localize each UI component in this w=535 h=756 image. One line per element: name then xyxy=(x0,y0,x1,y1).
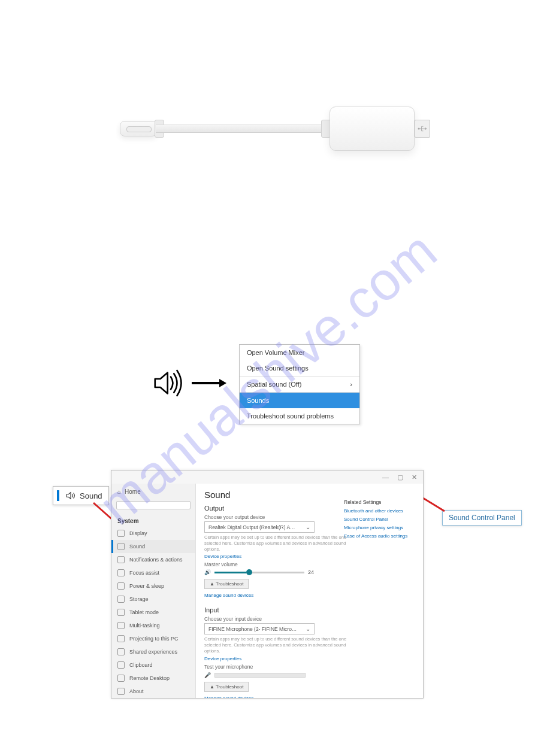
nav-sound[interactable]: Sound xyxy=(111,540,195,553)
nav-label: Power & sleep xyxy=(129,583,164,589)
nav-display[interactable]: Display xyxy=(111,527,195,540)
adapter-body xyxy=(330,107,415,151)
btn-label: Troubleshoot xyxy=(216,581,243,587)
related-link-mic-privacy[interactable]: Microphone privacy settings xyxy=(344,525,416,530)
nav-clipboard[interactable]: Clipboard xyxy=(111,658,195,672)
related-link-ease-of-access[interactable]: Ease of Access audio settings xyxy=(344,533,416,539)
window-titlebar: — ▢ ✕ xyxy=(111,470,423,484)
nav-power[interactable]: Power & sleep xyxy=(111,579,195,593)
related-heading: Related Settings xyxy=(344,499,416,505)
nav-label: Focus assist xyxy=(129,570,159,576)
menu-item-troubleshoot[interactable]: Troubleshoot sound problems xyxy=(240,408,359,424)
nav-label: Shared experiences xyxy=(129,649,177,655)
usb-a-port xyxy=(415,120,430,138)
callout-sound-control-panel: Sound Control Panel xyxy=(442,510,522,526)
output-device-select[interactable]: Realtek Digital Output (Realtek(R) A… xyxy=(204,521,315,533)
focus-icon xyxy=(117,569,125,576)
sound-context-menu: Open Volume Mixer Open Sound settings Sp… xyxy=(239,344,360,424)
troubleshoot-input-button[interactable]: ▲ Troubleshoot xyxy=(204,682,249,692)
speaker-small-icon xyxy=(65,490,76,501)
cable xyxy=(156,125,324,133)
nav-label: Sound xyxy=(129,544,145,549)
display-icon xyxy=(117,530,125,537)
nav-focus-assist[interactable]: Focus assist xyxy=(111,566,195,579)
nav-label: Clipboard xyxy=(129,662,153,668)
nav-label: Multi-tasking xyxy=(129,623,160,629)
manage-devices-link[interactable]: Manage sound devices xyxy=(204,593,415,598)
volume-slider[interactable] xyxy=(214,572,304,573)
input-desc: Certain apps may be set up to use differ… xyxy=(204,636,348,654)
output-device-value: Realtek Digital Output (Realtek(R) A… xyxy=(208,524,295,530)
power-icon xyxy=(117,582,125,590)
btn-label: Troubleshoot xyxy=(216,684,243,690)
nav-label: Notifications & actions xyxy=(129,557,183,563)
nav-label: Tablet mode xyxy=(129,609,159,615)
device-properties-link-2[interactable]: Device properties xyxy=(204,656,415,661)
input-device-value: FIFINE Microphone (2- FIFINE Micro… xyxy=(208,626,297,632)
output-desc: Certain apps may be set up to use differ… xyxy=(204,535,348,552)
menu-item-sound-settings[interactable]: Open Sound settings xyxy=(240,360,359,376)
nav-storage[interactable]: Storage xyxy=(111,593,195,606)
troubleshoot-output-button[interactable]: ▲ Troubleshoot xyxy=(204,579,249,589)
settings-main: Sound Output Choose your output device R… xyxy=(196,484,423,698)
nav-multitasking[interactable]: Multi-tasking xyxy=(111,619,195,632)
input-device-select[interactable]: FIFINE Microphone (2- FIFINE Micro… xyxy=(204,623,315,634)
notifications-icon xyxy=(117,556,125,563)
arrow-right-icon xyxy=(192,378,228,391)
sidebar-category: System xyxy=(111,514,195,527)
callout-sound-label: Sound xyxy=(80,491,102,500)
nav-remote[interactable]: Remote Desktop xyxy=(111,672,195,685)
volume-value: 24 xyxy=(308,569,314,575)
device-properties-link[interactable]: Device properties xyxy=(204,554,415,559)
mic-icon: 🎤 xyxy=(204,672,211,678)
related-link-sound-control-panel[interactable]: Sound Control Panel xyxy=(344,517,416,522)
storage-icon xyxy=(117,596,125,603)
chevron-right-icon: › xyxy=(350,381,352,388)
maximize-icon[interactable]: ▢ xyxy=(397,473,403,481)
input-heading: Input xyxy=(204,606,415,614)
adapter-image xyxy=(120,96,431,168)
page-title: Sound xyxy=(204,490,415,500)
nav-tablet[interactable]: Tablet mode xyxy=(111,606,195,619)
menu-item-label: Spatial sound (Off) xyxy=(247,381,302,388)
close-icon[interactable]: ✕ xyxy=(412,473,417,481)
sound-icon xyxy=(117,543,125,550)
remote-icon xyxy=(117,675,125,682)
nav-label: Projecting to this PC xyxy=(129,636,179,642)
home-label: Home xyxy=(125,488,141,495)
mic-level-bar xyxy=(214,673,306,678)
manage-devices-link-2[interactable]: Manage sound devices xyxy=(204,696,415,699)
nav-label: Storage xyxy=(129,596,149,602)
settings-sidebar: ⌂ Home System Display Sound Notification… xyxy=(111,484,196,698)
search-input[interactable] xyxy=(116,501,191,509)
nav-about[interactable]: About xyxy=(111,685,195,698)
usb-c-plug xyxy=(120,121,157,136)
nav-notifications[interactable]: Notifications & actions xyxy=(111,553,195,566)
nav-projecting[interactable]: Projecting to this PC xyxy=(111,632,195,645)
menu-item-sounds[interactable]: Sounds xyxy=(240,393,359,408)
multitask-icon xyxy=(117,622,125,629)
related-link-bluetooth[interactable]: Bluetooth and other devices xyxy=(344,508,416,514)
menu-item-spatial-sound[interactable]: Spatial sound (Off) › xyxy=(240,376,359,393)
sidebar-home[interactable]: ⌂ Home xyxy=(111,484,195,500)
speaker-icon xyxy=(150,366,183,402)
tablet-icon xyxy=(117,609,125,616)
volume-icon: 🔊 xyxy=(204,569,211,575)
home-icon: ⌂ xyxy=(117,488,121,495)
project-icon xyxy=(117,635,125,642)
minimize-icon[interactable]: — xyxy=(382,473,389,481)
nav-label: Remote Desktop xyxy=(129,675,170,681)
usb-icon xyxy=(417,125,428,133)
test-mic-label: Test your microphone xyxy=(204,664,415,670)
related-settings: Related Settings Bluetooth and other dev… xyxy=(344,499,416,542)
about-icon xyxy=(117,688,125,695)
speaker-context-row: Open Volume Mixer Open Sound settings Sp… xyxy=(150,344,360,424)
master-volume-label: Master volume xyxy=(204,561,415,567)
clipboard-icon xyxy=(117,661,125,669)
menu-item-volume-mixer[interactable]: Open Volume Mixer xyxy=(240,345,359,360)
nav-label: Display xyxy=(129,530,147,536)
nav-shared[interactable]: Shared experiences xyxy=(111,645,195,658)
nav-label: About xyxy=(129,688,144,694)
shared-icon xyxy=(117,648,125,655)
settings-window: — ▢ ✕ ⌂ Home System Display Sound Notifi… xyxy=(111,470,424,699)
